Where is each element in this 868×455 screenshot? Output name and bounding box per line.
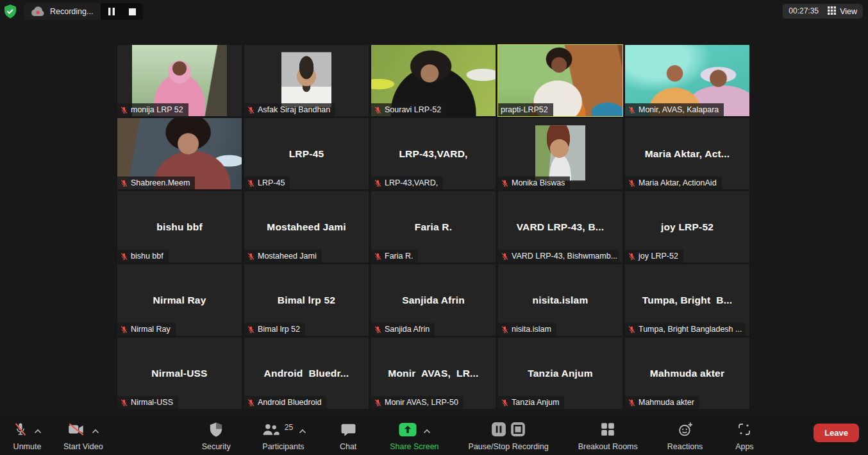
participant-name-label: LRP-45 — [244, 176, 290, 189]
participant-name-label: Maria Aktar, ActionAid — [625, 176, 722, 189]
muted-mic-icon — [628, 325, 636, 334]
participant-tile[interactable]: Android Bluedr... Android Bluedroid — [244, 338, 369, 409]
participant-name-text: joy LRP-52 — [638, 252, 678, 261]
reactions-label: Reactions — [667, 442, 703, 451]
reactions-button[interactable]: Reactions — [662, 419, 708, 452]
muted-mic-icon — [374, 106, 382, 114]
participant-name-text: Monika Biswas — [512, 178, 565, 187]
participant-tile[interactable]: LRP-43,VARD, LRP-43,VARD, — [371, 118, 496, 189]
muted-mic-icon — [374, 399, 382, 407]
participant-tile[interactable]: joy LRP-52 joy LRP-52 — [625, 191, 749, 262]
participant-name-text: monija LRP 52 — [131, 105, 183, 114]
muted-mic-icon — [374, 252, 382, 261]
participant-avatar — [535, 125, 585, 180]
start-video-button[interactable]: Start Video — [58, 419, 108, 452]
muted-mic-icon — [247, 106, 255, 114]
security-button[interactable]: Security — [197, 419, 236, 452]
security-label: Security — [202, 442, 231, 451]
meeting-security-shield-icon[interactable] — [4, 4, 17, 19]
participant-tile[interactable]: Faria R. Faria R. — [371, 191, 496, 262]
muted-mic-icon — [374, 179, 382, 187]
leave-button[interactable]: Leave — [814, 424, 859, 442]
participants-button[interactable]: 25 Participants — [255, 419, 312, 452]
participant-tile[interactable]: nisita.islam nisita.islam — [498, 264, 622, 336]
muted-mic-icon — [501, 325, 509, 334]
stop-recording-icon[interactable] — [510, 422, 526, 440]
stop-recording-button[interactable] — [126, 6, 138, 17]
participant-name-text: bishu bbf — [131, 252, 163, 261]
participant-name-label: bishu bbf — [117, 250, 169, 262]
participant-tile[interactable]: Sanjida Afrin Sanjida Afrin — [371, 264, 496, 336]
participant-tile[interactable]: Tanzia Anjum Tanzia Anjum — [498, 338, 622, 409]
participants-options-chevron-icon[interactable] — [299, 425, 306, 436]
participant-name-text: Shabreen.Meem — [131, 178, 190, 187]
breakout-rooms-button[interactable]: Breakout Rooms — [573, 419, 643, 452]
chat-button[interactable]: Chat — [331, 419, 365, 452]
apps-button[interactable]: Apps — [727, 419, 762, 452]
muted-mic-icon — [120, 325, 128, 334]
participant-name-text: nisita.islam — [512, 325, 551, 334]
participant-tile[interactable]: Mahmuda akter Mahmuda akter — [625, 338, 749, 409]
participant-tile[interactable]: Tumpa, Bright B... Tumpa, Bright Banglad… — [625, 264, 749, 336]
muted-mic-icon — [120, 399, 128, 407]
participant-tile[interactable]: Monir, AVAS, Kalapara — [625, 45, 749, 116]
participant-name-label: prapti-LRP52 — [498, 103, 553, 116]
start-video-options-chevron-icon[interactable] — [92, 425, 99, 436]
pause-stop-recording-label: Pause/Stop Recording — [469, 442, 549, 451]
participant-tile[interactable]: Mostaheed Jami Mostaheed Jami — [244, 191, 369, 262]
participant-tile[interactable]: Maria Aktar, Act... Maria Aktar, ActionA… — [625, 118, 749, 189]
participant-name-label: LRP-43,VARD, — [371, 176, 443, 189]
participant-name-text: Faria R. — [385, 252, 413, 261]
muted-mic-icon — [120, 252, 128, 261]
participant-tile[interactable]: prapti-LRP52 — [498, 45, 622, 116]
unmute-button[interactable]: Unmute — [8, 419, 47, 452]
participant-tile[interactable]: Souravi LRP-52 — [371, 45, 496, 116]
apps-label: Apps — [735, 442, 754, 451]
cloud-recording-icon — [31, 6, 45, 17]
muted-mic-icon — [501, 399, 509, 407]
participant-name-label: Monir, AVAS, Kalapara — [625, 103, 724, 116]
recording-indicator: Recording... — [24, 3, 143, 20]
participant-tile[interactable]: Shabreen.Meem — [117, 118, 242, 189]
participant-name-label: Tanzia Anjum — [498, 396, 564, 409]
participant-name-label: Tumpa, Bright Bangladesh ... — [625, 323, 746, 336]
participant-name-text: LRP-45 — [258, 178, 285, 187]
participant-tile[interactable]: Monir AVAS, LR... Monir AVAS, LRP-50 — [371, 338, 496, 409]
participant-name-text: Mahmuda akter — [638, 398, 694, 407]
pause-recording-icon[interactable] — [491, 422, 506, 440]
muted-mic-icon — [628, 179, 636, 187]
pause-recording-button[interactable] — [106, 6, 117, 17]
participant-name-text: Monir, AVAS, Kalapara — [638, 105, 719, 114]
participant-name-label: Mahmuda akter — [625, 396, 699, 409]
participants-count: 25 — [285, 422, 293, 432]
participant-name-text: LRP-43,VARD, — [385, 178, 438, 187]
recording-controls — [101, 3, 143, 20]
top-bar: Recording... 00:27:35 View — [0, 0, 868, 23]
participant-tile[interactable]: VARD LRP-43, B... VARD LRP-43, Bishwmamb… — [498, 191, 622, 262]
participant-tile[interactable]: Nirmal-USS Nirmal-USS — [117, 338, 242, 409]
participant-name-text: Nirmal-USS — [131, 398, 173, 407]
participant-tile[interactable]: Nirmal Ray Nirmal Ray — [117, 264, 242, 336]
participant-name-label: Android Bluedroid — [244, 396, 326, 409]
participants-label: Participants — [262, 442, 304, 451]
participant-tile[interactable]: LRP-45 LRP-45 — [244, 118, 369, 189]
unmute-options-chevron-icon[interactable] — [34, 425, 42, 436]
participant-tile[interactable]: Bimal lrp 52 Bimal lrp 52 — [244, 264, 369, 336]
participant-name-label: nisita.islam — [498, 323, 556, 336]
view-button[interactable]: View — [822, 4, 863, 19]
participant-tile[interactable]: monija LRP 52 — [117, 45, 242, 116]
participant-name-text: Nirmal Ray — [131, 325, 171, 334]
participant-name-text: prapti-LRP52 — [501, 105, 548, 114]
participant-tile[interactable]: Asfak Siraj Bandhan — [244, 45, 369, 116]
muted-mic-icon — [120, 106, 128, 114]
participant-name-text: Tumpa, Bright Bangladesh ... — [638, 325, 742, 334]
participant-tile[interactable]: Monika Biswas — [498, 118, 622, 189]
share-screen-button[interactable]: Share Screen — [385, 419, 444, 452]
pause-stop-recording-button[interactable]: Pause/Stop Recording — [463, 419, 554, 452]
muted-mic-icon — [247, 399, 255, 407]
participant-tile[interactable]: bishu bbf bishu bbf — [117, 191, 242, 262]
participant-name-label: Nirmal-USS — [117, 396, 178, 409]
chat-bubble-icon — [340, 422, 356, 440]
share-screen-options-chevron-icon[interactable] — [423, 425, 431, 436]
breakout-grid-icon — [600, 422, 615, 440]
